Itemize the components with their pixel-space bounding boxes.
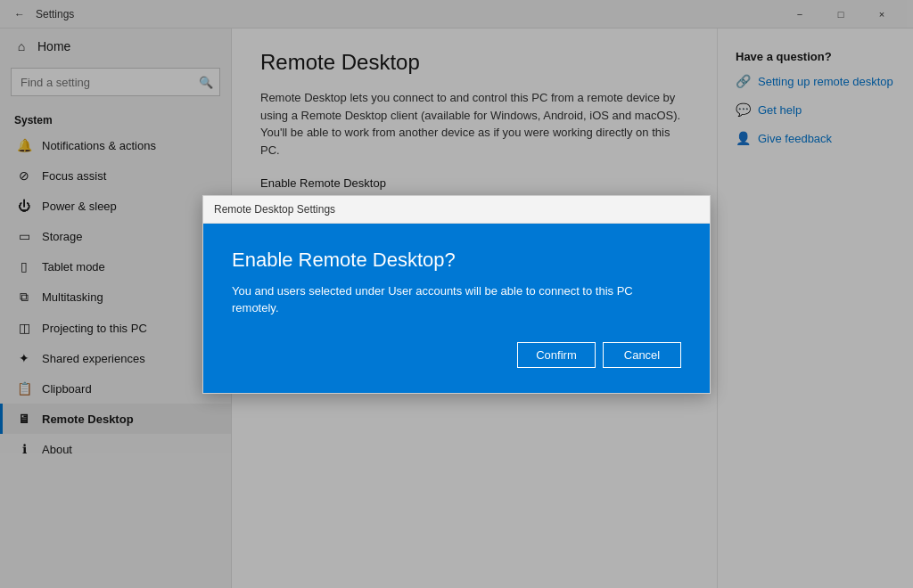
cancel-button[interactable]: Cancel [603,342,681,368]
dialog-overlay: Remote Desktop Settings Enable Remote De… [0,0,913,588]
dialog-buttons: Confirm Cancel [232,342,681,368]
dialog-text: You and users selected under User accoun… [232,282,681,317]
dialog-body: Enable Remote Desktop? You and users sel… [203,224,710,393]
dialog-titlebar: Remote Desktop Settings [203,196,710,224]
confirm-button[interactable]: Confirm [517,342,596,368]
dialog-heading: Enable Remote Desktop? [232,249,681,272]
dialog: Remote Desktop Settings Enable Remote De… [202,195,711,394]
